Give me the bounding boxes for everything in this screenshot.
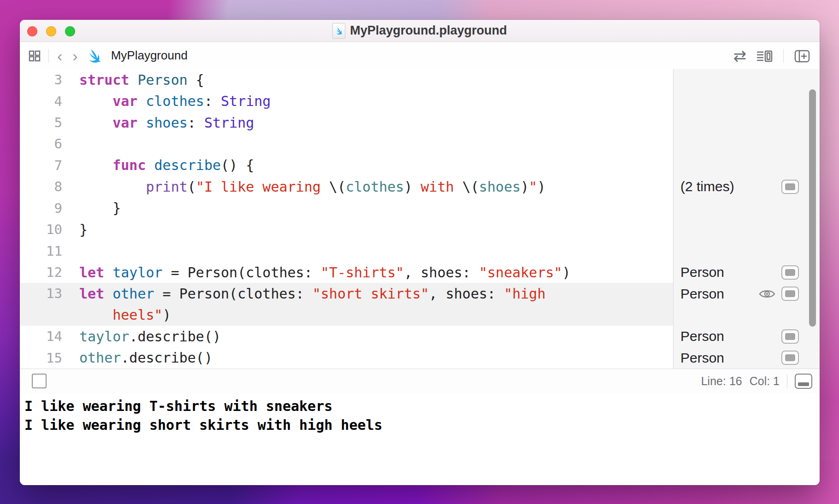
close-button[interactable]	[27, 26, 37, 36]
line-number: 6	[20, 136, 62, 152]
code-text: other.describe()	[62, 350, 213, 366]
code-line[interactable]: 5 var shoes: String	[20, 112, 673, 133]
line-number: 10	[20, 222, 62, 237]
code-text: func describe() {	[62, 157, 254, 173]
code-line[interactable]: 3struct Person {	[20, 69, 673, 90]
console-filter-checkbox[interactable]	[32, 374, 47, 388]
hide-debug-area-icon[interactable]	[795, 374, 812, 389]
line-number: 4	[20, 94, 62, 109]
swift-bird-icon	[86, 48, 102, 64]
related-items-icon[interactable]	[27, 48, 42, 63]
line-number: 7	[20, 158, 62, 173]
code-line[interactable]: 12let taylor = Person(clothes: "T-shirts…	[20, 262, 673, 283]
code-text: heels")	[62, 307, 171, 323]
add-editor-icon[interactable]	[793, 48, 811, 64]
result-row: (2 times)	[674, 176, 820, 197]
swift-bird-icon	[335, 27, 343, 35]
cursor-col-label: Col: 1	[750, 375, 780, 388]
code-text: var clothes: String	[62, 93, 271, 109]
code-text: print("I like wearing \(clothes) with \(…	[62, 179, 545, 195]
code-text: let taylor = Person(clothes: "T-shirts",…	[62, 264, 571, 281]
line-number: 12	[20, 264, 62, 280]
code-review-icon[interactable]: ⇄	[733, 47, 747, 65]
code-line[interactable]: 14taylor.describe()	[20, 326, 673, 347]
result-row: Person	[674, 262, 820, 283]
result-value-label: Person	[674, 328, 781, 344]
cursor-line-label: Line: 16	[701, 375, 742, 388]
toolbar-separator	[783, 49, 784, 63]
console-output[interactable]: I like wearing T-shirts with sneakersI l…	[20, 393, 820, 485]
vertical-scrollbar[interactable]	[809, 89, 816, 327]
toolbar: ‹ › MyPlayground ⇄	[20, 42, 820, 70]
playground-document-icon	[332, 23, 345, 39]
result-row: Person	[674, 326, 820, 347]
code-line[interactable]: 13let other = Person(clothes: "short ski…	[20, 283, 673, 304]
line-number: 8	[20, 179, 62, 194]
line-number: 5	[20, 115, 62, 130]
playground-results-sidebar: (2 times)PersonPersonPersonPerson	[673, 69, 820, 369]
result-row: Person	[674, 347, 820, 369]
show-result-toggle[interactable]	[781, 180, 799, 194]
back-button[interactable]: ‹	[55, 48, 64, 64]
result-value-label: Person	[674, 286, 758, 302]
code-text: let other = Person(clothes: "short skirt…	[62, 286, 545, 302]
line-number: 3	[20, 72, 62, 88]
window-title: MyPlayground.playground	[350, 23, 507, 38]
code-editor[interactable]: 3struct Person {4 var clothes: String5 v…	[20, 69, 673, 369]
result-row: Person	[674, 283, 820, 304]
code-text: }	[62, 200, 121, 216]
code-text: var shoes: String	[62, 115, 254, 131]
breadcrumb[interactable]: MyPlayground	[111, 48, 188, 63]
code-text: taylor.describe()	[62, 328, 221, 345]
result-value-label: (2 times)	[674, 179, 781, 194]
line-number: 15	[20, 350, 62, 366]
console-line: I like wearing short skirts with high he…	[20, 416, 820, 434]
code-line[interactable]: 11	[20, 240, 673, 261]
show-result-toggle[interactable]	[781, 287, 799, 301]
code-line[interactable]: 15other.describe()	[20, 347, 673, 368]
code-line[interactable]: 7 func describe() {	[20, 155, 673, 176]
code-text: struct Person {	[62, 72, 204, 88]
line-number: 11	[20, 243, 62, 259]
show-result-toggle[interactable]	[781, 265, 799, 280]
console-line: I like wearing T-shirts with sneakers	[20, 397, 820, 416]
toolbar-separator	[48, 49, 49, 63]
xcode-playground-window: MyPlayground.playground ‹ › MyPlayground	[20, 20, 820, 485]
line-number: 13	[20, 286, 62, 301]
title-bar: MyPlayground.playground	[20, 20, 820, 42]
editor-split: 3struct Person {4 var clothes: String5 v…	[20, 69, 820, 369]
code-line[interactable]: 8 print("I like wearing \(clothes) with …	[20, 176, 673, 197]
forward-button[interactable]: ›	[71, 48, 79, 64]
minimize-button[interactable]	[46, 26, 56, 36]
code-line[interactable]: 9 }	[20, 198, 673, 219]
status-bar: Line: 16 Col: 1	[20, 369, 820, 393]
code-text: }	[62, 222, 88, 238]
zoom-button[interactable]	[65, 26, 75, 36]
code-line[interactable]: heels")	[20, 305, 673, 326]
result-value-label: Person	[674, 350, 781, 366]
code-line[interactable]: 6	[20, 133, 673, 154]
line-number: 14	[20, 328, 62, 344]
show-result-toggle[interactable]	[781, 329, 799, 344]
statusbar-separator	[787, 375, 787, 387]
window-controls	[27, 26, 75, 36]
code-line[interactable]: 4 var clothes: String	[20, 90, 673, 111]
code-line[interactable]: 10}	[20, 219, 673, 240]
line-number: 9	[20, 200, 62, 216]
show-result-toggle[interactable]	[781, 351, 799, 365]
editor-options-icon[interactable]	[756, 48, 774, 64]
result-value-label: Person	[674, 264, 781, 280]
quick-look-eye-icon[interactable]	[758, 287, 776, 300]
